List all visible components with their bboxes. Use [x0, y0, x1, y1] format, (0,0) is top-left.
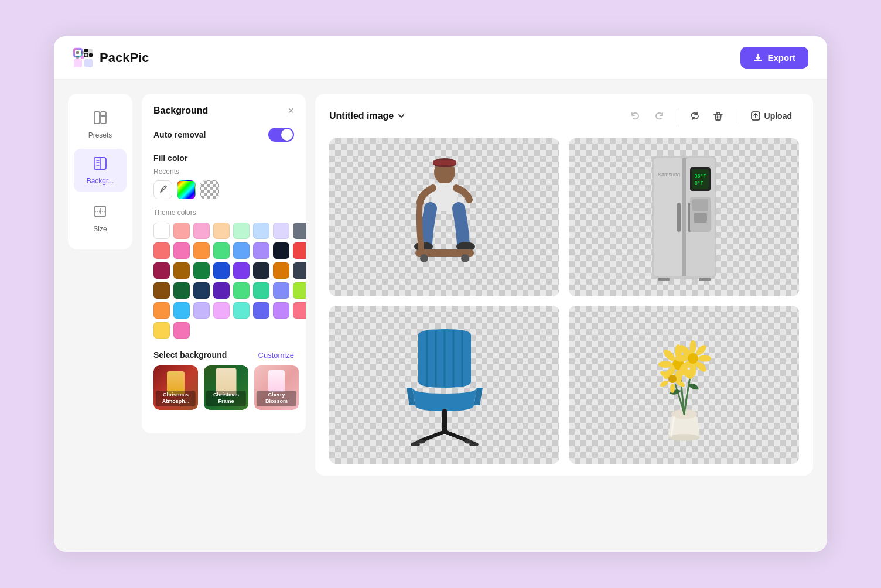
svg-point-74: [689, 340, 696, 353]
color-cell[interactable]: [233, 262, 250, 279]
color-cell[interactable]: [293, 223, 306, 239]
color-cell[interactable]: [193, 242, 210, 259]
color-cell[interactable]: [233, 223, 250, 239]
color-cell[interactable]: [273, 242, 289, 259]
refresh-button[interactable]: [684, 105, 705, 127]
sidebar-label-presets: Presets: [88, 131, 112, 139]
bg-thumbnail[interactable]: Cherry Blossom: [254, 365, 299, 410]
svg-rect-3: [89, 53, 93, 57]
transparent-swatch[interactable]: [200, 180, 219, 199]
color-cell[interactable]: [233, 282, 250, 299]
color-cell[interactable]: [173, 302, 190, 319]
bg-thumbnail[interactable]: Christmas Frame: [204, 365, 248, 410]
svg-rect-12: [94, 112, 100, 124]
color-cell[interactable]: [173, 322, 190, 339]
color-cell[interactable]: [253, 262, 269, 279]
svg-rect-30: [433, 160, 456, 165]
undo-button[interactable]: [625, 105, 646, 127]
color-cell[interactable]: [193, 302, 210, 319]
main-area: Presets Backgr...: [54, 80, 827, 490]
rainbow-swatch[interactable]: [177, 180, 196, 199]
color-cell[interactable]: [153, 223, 170, 239]
sidebar-item-background[interactable]: Backgr...: [74, 149, 127, 192]
svg-rect-47: [692, 199, 708, 211]
color-cell[interactable]: [173, 242, 190, 259]
color-cell[interactable]: [213, 302, 230, 319]
color-cell[interactable]: [213, 223, 230, 239]
redo-button[interactable]: [648, 105, 670, 127]
panel-close-button[interactable]: ×: [288, 105, 294, 116]
color-cell[interactable]: [273, 302, 289, 319]
color-cell[interactable]: [173, 262, 190, 279]
image-cell-flowers[interactable]: [569, 306, 799, 464]
sidebar-label-background: Backgr...: [87, 177, 114, 185]
color-cell[interactable]: [153, 242, 170, 259]
bg-thumbnail[interactable]: Christmas Atmosph...: [153, 365, 198, 410]
image-cell-chair[interactable]: [329, 306, 559, 464]
color-cell[interactable]: [253, 282, 269, 299]
svg-point-35: [461, 254, 469, 262]
color-cell[interactable]: [193, 262, 210, 279]
svg-point-78: [689, 364, 696, 377]
color-cell[interactable]: [213, 282, 230, 299]
color-cell[interactable]: [193, 223, 210, 239]
color-cell[interactable]: [193, 282, 210, 299]
upload-button[interactable]: Upload: [743, 107, 799, 125]
color-cell[interactable]: [293, 302, 306, 319]
color-cell[interactable]: [293, 282, 306, 299]
svg-rect-10: [76, 56, 79, 59]
image-grid: 36°F 0°F Samsung: [329, 138, 799, 464]
background-icon: [93, 156, 108, 173]
color-cell[interactable]: [253, 223, 269, 239]
canvas-toolbar: Untitled image: [329, 105, 799, 127]
svg-rect-5: [74, 59, 82, 67]
svg-point-62: [668, 434, 700, 441]
delete-icon: [712, 110, 724, 122]
select-bg-label: Select background: [153, 350, 227, 360]
color-cell[interactable]: [253, 302, 269, 319]
color-cell[interactable]: [153, 302, 170, 319]
theme-colors-grid: [153, 223, 294, 339]
sidebar-item-size[interactable]: Size: [74, 197, 127, 240]
auto-removal-toggle[interactable]: [268, 128, 294, 142]
image-cell-skater[interactable]: [329, 138, 559, 296]
delete-button[interactable]: [708, 105, 729, 127]
image-content-chair: [329, 306, 559, 464]
color-cell[interactable]: [293, 242, 306, 259]
color-cell[interactable]: [153, 322, 170, 339]
svg-rect-50: [658, 278, 670, 281]
bg-thumbnails: Christmas Atmosph...Christmas FrameCherr…: [153, 365, 294, 410]
sidebar-label-size: Size: [93, 225, 107, 233]
upload-label: Upload: [764, 111, 792, 121]
color-cell[interactable]: [213, 242, 230, 259]
export-button[interactable]: Export: [740, 47, 808, 69]
customize-link[interactable]: Customize: [258, 351, 294, 360]
color-cell[interactable]: [233, 302, 250, 319]
color-cell[interactable]: [173, 223, 190, 239]
eyedropper-button[interactable]: [153, 180, 172, 199]
color-cell[interactable]: [273, 282, 289, 299]
download-icon: [753, 53, 763, 63]
svg-rect-13: [101, 112, 106, 124]
image-title-button[interactable]: Untitled image: [329, 111, 405, 121]
color-cell[interactable]: [253, 242, 269, 259]
flowers-image: [640, 320, 728, 449]
sidebar-item-presets[interactable]: Presets: [74, 103, 127, 146]
fridge-image: 36°F 0°F Samsung: [643, 150, 725, 285]
color-cell[interactable]: [173, 282, 190, 299]
color-cell[interactable]: [273, 262, 289, 279]
color-cell[interactable]: [273, 223, 289, 239]
svg-point-23: [99, 210, 101, 213]
color-cell[interactable]: [213, 262, 230, 279]
image-cell-fridge[interactable]: 36°F 0°F Samsung: [569, 138, 799, 296]
color-cell[interactable]: [153, 262, 170, 279]
toolbar-actions: Upload: [625, 105, 799, 127]
color-cell[interactable]: [293, 262, 306, 279]
auto-removal-label: Auto removal: [153, 130, 206, 139]
color-cell[interactable]: [153, 282, 170, 299]
svg-point-34: [420, 254, 428, 262]
svg-rect-48: [694, 213, 707, 223]
sidebar: Presets Backgr...: [68, 94, 132, 249]
color-cell[interactable]: [233, 242, 250, 259]
svg-point-88: [659, 380, 670, 388]
